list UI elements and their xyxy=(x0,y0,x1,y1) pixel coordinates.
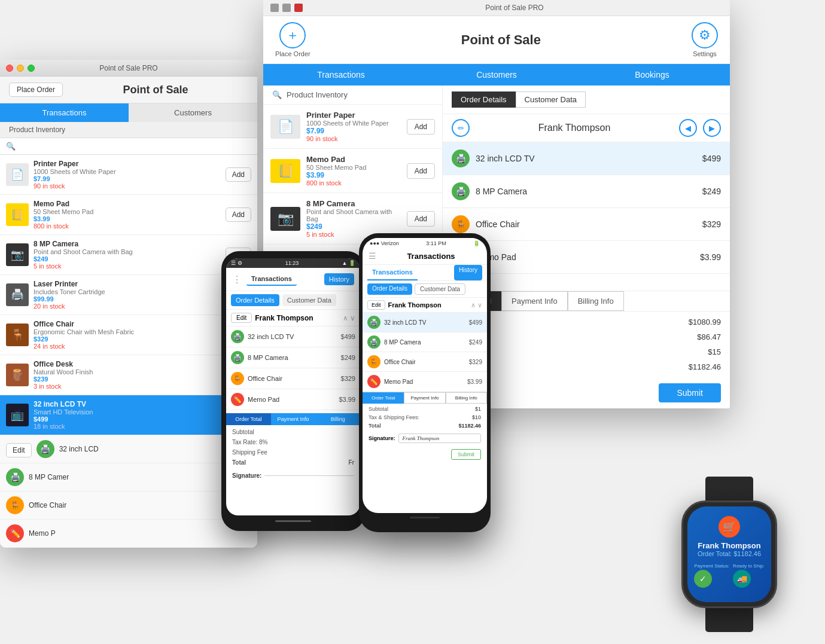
watch-payment-label: Payment Status: xyxy=(694,563,729,569)
mac-minimize-btn[interactable] xyxy=(17,65,24,72)
iphone-edit-btn[interactable]: Edit xyxy=(367,300,385,310)
iphone-bottom-tab-billing[interactable]: Billing Info xyxy=(446,392,487,404)
desktop-right-tab-customer[interactable]: Customer Data xyxy=(516,91,586,108)
desktop-tab-customers[interactable]: Customers xyxy=(419,64,574,86)
mac-product-stock: 20 in stock xyxy=(34,303,221,310)
iphone-history-btn[interactable]: History xyxy=(454,265,482,280)
mac-add-button[interactable]: Add xyxy=(226,207,251,222)
iphone-bottom-tab-order[interactable]: Order Total xyxy=(363,392,404,404)
iphone-sub-tabs: Order Details Customer Data xyxy=(363,281,487,298)
mac-place-order-button[interactable]: Place Order xyxy=(9,83,63,97)
iphone-submit-btn[interactable]: Submit xyxy=(451,449,481,460)
desktop-right-tab-order[interactable]: Order Details xyxy=(452,91,516,108)
desktop-header: ＋ Place Order Point of Sale ⚙ Settings xyxy=(263,16,730,64)
desktop-bottom-tab-payment[interactable]: Payment Info xyxy=(501,291,568,311)
phone-bottom-tab-order[interactable]: Order Total xyxy=(226,413,271,425)
phone-bottom-tab-payment[interactable]: Payment Info xyxy=(271,413,316,425)
desktop-search-icon: 🔍 xyxy=(272,90,282,99)
desktop-product-name: 8 MP Camera xyxy=(306,199,401,208)
phone-menu-icon[interactable]: ⋮ xyxy=(232,274,242,285)
watch-order-total: Order Total: $1182.46 xyxy=(698,550,761,557)
watch-band-top xyxy=(705,477,753,500)
mac-order-item: 🪑 Office Chair xyxy=(0,492,257,520)
phone-bottom-tab-billing[interactable]: Billing xyxy=(315,413,360,425)
iphone-sub-tab-customer[interactable]: Customer Data xyxy=(415,283,465,295)
desktop-prev-btn[interactable]: ◀ xyxy=(679,119,697,137)
iphone-bottom-area: Order Total Payment Info Billing Info Su… xyxy=(363,392,487,462)
mac-product-name: Memo Pad xyxy=(34,200,221,208)
win-restore-btn[interactable] xyxy=(282,4,291,12)
desktop-settings-icon: ⚙ xyxy=(692,22,718,48)
phone-total-row: Subtotal xyxy=(226,427,360,437)
mac-tab-transactions[interactable]: Transactions xyxy=(0,103,129,122)
phone-order-price: $499 xyxy=(341,333,355,340)
mac-product-image: 📄 xyxy=(6,163,29,186)
phone-subtotal-label: Subtotal xyxy=(232,429,254,435)
desktop-place-order-btn[interactable]: ＋ Place Order xyxy=(275,22,310,57)
iphone-order-price: $249 xyxy=(469,339,482,346)
mac-product-item-selected: 📺 32 inch LCD TV Smart HD Television $49… xyxy=(0,395,257,435)
win-close-btn[interactable] xyxy=(294,4,303,12)
iphone-customer-name: Frank Thompson xyxy=(388,301,468,309)
iphone-tab-transactions[interactable]: Transactions xyxy=(367,265,418,280)
phone-statusbar-time: 11:23 xyxy=(285,260,299,266)
phone-tab-transactions[interactable]: Transactions xyxy=(246,273,297,286)
desktop-place-order-label: Place Order xyxy=(275,50,310,57)
mac-maximize-btn[interactable] xyxy=(28,65,35,72)
mac-edit-button[interactable]: Edit xyxy=(6,443,32,457)
desktop-inventory-label: Product Inventory xyxy=(287,90,348,99)
mac-product-price: $3.99 xyxy=(34,215,221,222)
desktop-bottom-tab-billing[interactable]: Billing Info xyxy=(568,291,624,311)
phone-order-item: ✏️ Memo Pad $3.99 xyxy=(226,389,360,410)
iphone-order-name: 8 MP Camera xyxy=(384,339,465,346)
phone-order-icon: ✏️ xyxy=(231,393,244,406)
desktop-settings-btn[interactable]: ⚙ Settings xyxy=(692,22,718,57)
iphone-total-row: Tax & Shipping Fees: $10 xyxy=(363,413,487,422)
iphone-header: ☰ Transactions xyxy=(363,248,487,265)
mac-order-icon: 🖨️ xyxy=(6,468,24,486)
desktop-add-button[interactable]: Add xyxy=(407,163,435,179)
mac-order-icon: 🪑 xyxy=(6,496,24,514)
iphone: ●●● Verizon 3:11 PM 🔋 ☰ Transactions Tra… xyxy=(359,233,491,532)
phone-order-name: Office Chair xyxy=(248,375,337,382)
desktop-title-text: Point of Sale PRO xyxy=(485,4,543,12)
desktop-submit-button[interactable]: Submit xyxy=(659,383,721,402)
phone-history-btn[interactable]: History xyxy=(324,273,354,285)
desktop-tab-bookings[interactable]: Bookings xyxy=(574,64,730,86)
iphone-sub-tab-order[interactable]: Order Details xyxy=(367,283,412,295)
desktop-order-item: 🖨️ 8 MP Camera $249 xyxy=(443,175,730,208)
mac-tab-customers[interactable]: Customers xyxy=(129,103,257,122)
mac-add-button[interactable]: Add xyxy=(226,167,251,182)
iphone-order-icon: 🪑 xyxy=(367,355,380,368)
phone-sub-tab-order[interactable]: Order Details xyxy=(231,294,279,306)
mac-product-name: Laser Printer xyxy=(34,280,221,288)
phone-chevrons: ∧ ∨ xyxy=(343,314,355,322)
mac-order-list: Edit 🖨️ 32 inch LCD 🖨️ 8 MP Camer 🪑 Offi… xyxy=(0,435,257,548)
iphone-chevrons: ∧ ∨ xyxy=(471,301,482,309)
phone-edit-btn[interactable]: Edit xyxy=(231,313,252,323)
desktop-product-price: $249 xyxy=(306,222,401,231)
mac-product-price: $329 xyxy=(34,335,221,343)
mac-product-item: 📄 Printer Paper 1000 Sheets of White Pap… xyxy=(0,155,257,195)
desktop-product-info: Printer Paper 1000 Sheets of White Paper… xyxy=(306,111,401,142)
phone-sub-tab-customer[interactable]: Customer Data xyxy=(282,294,336,306)
desktop-add-button[interactable]: Add xyxy=(407,211,435,227)
iphone-bottom-tab-payment[interactable]: Payment Info xyxy=(404,392,445,404)
desktop-pencil-btn[interactable]: ✏ xyxy=(452,119,470,137)
mac-close-btn[interactable] xyxy=(6,65,13,72)
desktop-tab-transactions[interactable]: Transactions xyxy=(263,64,419,86)
mac-order-item: ✏️ Memo P xyxy=(0,520,257,548)
desktop-product-stock: 800 in stock xyxy=(306,179,401,187)
mac-app-title: Point of Sale xyxy=(63,84,248,96)
desktop-product-name: Printer Paper xyxy=(306,111,401,120)
iphone-order-item: 🖨️ 8 MP Camera $249 xyxy=(363,332,487,352)
desktop-product-image: 📷 xyxy=(270,207,300,231)
iphone-sig-value: Frank Thompson xyxy=(398,434,481,443)
mac-order-name: Office Chair xyxy=(29,501,251,509)
desktop-add-button[interactable]: Add xyxy=(407,119,435,135)
iphone-menu-icon[interactable]: ☰ xyxy=(369,251,376,261)
iphone-order-item: ✏️ Memo Pad $3.99 xyxy=(363,372,487,392)
desktop-next-btn[interactable]: ▶ xyxy=(703,119,721,137)
win-minimize-btn[interactable] xyxy=(270,4,279,12)
smartwatch: 🛒 Frank Thompson Order Total: $1182.46 P… xyxy=(669,477,789,632)
